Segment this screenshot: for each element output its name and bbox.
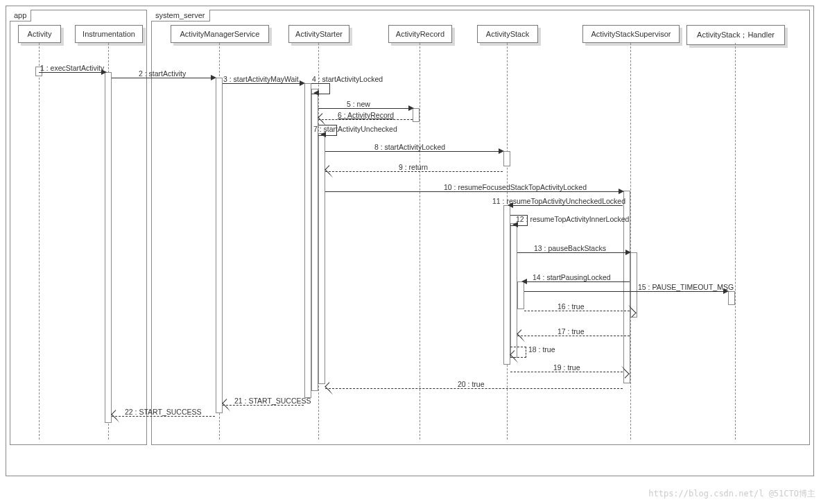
msg-1-line [39, 72, 104, 73]
msg-3-line [223, 83, 304, 84]
lifeline-supervisor [630, 43, 631, 440]
activation-handler [728, 291, 735, 305]
activation-stack-2 [503, 205, 510, 365]
sequence-diagram-canvas: app system_server Activity Instrumentati… [0, 0, 821, 504]
msg-15-line [524, 291, 727, 292]
msg-8-label: 8 : startActivityLocked [374, 143, 445, 151]
msg-14-label: 14 : startPausingLocked [533, 273, 611, 281]
msg-7-label: 7 : startActivityUnchecked [313, 125, 397, 133]
actor-activity-label: Activity [28, 30, 52, 38]
msg-17-line [517, 336, 630, 336]
msg-5-line [318, 108, 413, 109]
actor-handler: ActivityStack；Handler [686, 25, 785, 45]
msg-21-label: 21 : START_SUCCESS [234, 397, 311, 405]
msg-6-line [318, 119, 413, 120]
msg-11-label: 11 : resumeTopActivityUncheckedLocked [492, 197, 625, 205]
msg-5-arrow [408, 105, 414, 111]
actor-supervisor-label: ActivityStackSupervisor [591, 30, 671, 38]
msg-14-arrow [521, 279, 527, 284]
msg-10-label: 10 : resumeFocusedStackTopActivityLocked [444, 183, 587, 191]
watermark-text: https://blog.csdn.net/l @51CTO博主 [648, 488, 815, 500]
msg-9-line [325, 171, 503, 172]
actor-ams-label: ActivityManagerService [180, 30, 260, 38]
actor-starter-label: ActivityStarter [295, 30, 343, 38]
msg-13-label: 13 : pauseBackStacks [534, 244, 606, 252]
msg-20-line [325, 388, 623, 389]
activation-starter-self2 [318, 133, 325, 384]
msg-13-line [517, 252, 630, 253]
lifeline-record [420, 43, 420, 440]
group-app-label: app [10, 10, 31, 21]
msg-2-arrow [211, 75, 216, 80]
activation-instrumentation [105, 72, 112, 423]
group-system-server-label: system_server [151, 10, 210, 21]
actor-stack-label: ActivityStack [486, 30, 529, 38]
msg-5-label: 5 : new [347, 100, 370, 108]
msg-18-label: 18 : true [528, 345, 555, 354]
activation-stack-1 [503, 151, 510, 166]
activation-ams [216, 78, 223, 413]
actor-activity: Activity [18, 25, 61, 43]
msg-22-line [112, 416, 215, 417]
msg-9-label: 9 : return [399, 163, 428, 171]
msg-14-line [524, 281, 630, 282]
msg-4-arrow [313, 90, 319, 96]
msg-19-label: 19 : true [553, 363, 580, 372]
activation-stack-self [510, 223, 517, 358]
msg-3-label: 3 : startActivityMayWait [223, 75, 299, 83]
actor-ams: ActivityManagerService [171, 25, 269, 43]
group-app: app [10, 10, 147, 445]
activation-stack-pausing [517, 281, 524, 309]
actor-starter: ActivityStarter [288, 25, 349, 43]
msg-1-label: 1 : execStartActivity [40, 64, 104, 72]
msg-17-label: 17 : true [558, 327, 585, 336]
msg-2-line [112, 78, 215, 78]
msg-12-label: 12 : resumeTopActivityInnerLocked [516, 215, 629, 223]
lifeline-handler [735, 43, 736, 440]
msg-22-label: 22 : START_SUCCESS [125, 408, 201, 416]
msg-4-label: 4 : startActivityLocked [312, 75, 383, 83]
msg-2-label: 2 : startActivity [139, 69, 186, 78]
msg-6-label: 6 : ActivityRecord [338, 111, 394, 119]
actor-instrumentation-label: Instrumentation [83, 30, 135, 38]
msg-16-label: 16 : true [558, 302, 585, 311]
msg-10-arrow [619, 189, 624, 194]
activation-starter [304, 83, 311, 398]
msg-10-line [325, 191, 623, 192]
lifeline-activity [39, 43, 40, 440]
msg-21-line [223, 405, 304, 406]
actor-record-label: ActivityRecord [396, 30, 444, 38]
actor-handler-label: ActivityStack；Handler [697, 31, 775, 39]
msg-16-line [524, 311, 630, 311]
actor-instrumentation: Instrumentation [75, 25, 143, 43]
actor-stack: ActivityStack [477, 25, 538, 43]
msg-8-arrow [499, 148, 504, 154]
msg-8-line [325, 151, 503, 152]
actor-supervisor: ActivityStackSupervisor [582, 25, 680, 43]
msg-11-line [510, 205, 623, 206]
msg-3-arrow [300, 80, 305, 86]
actor-record: ActivityRecord [388, 25, 452, 43]
msg-15-label: 15 : PAUSE_TIMEOUT_MSG [638, 283, 734, 291]
activation-starter-self1 [311, 89, 318, 391]
msg-19-line [510, 372, 623, 372]
msg-13-arrow [625, 250, 631, 255]
msg-20-label: 20 : true [458, 380, 485, 388]
